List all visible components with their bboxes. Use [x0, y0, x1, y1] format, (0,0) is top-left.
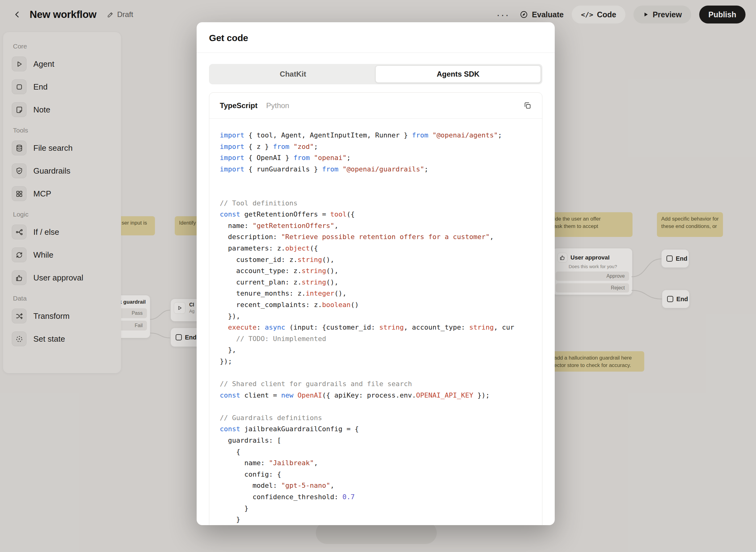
code-line: // Shared client for guardrails and file…	[220, 378, 542, 390]
tab-agents-sdk[interactable]: Agents SDK	[375, 65, 541, 83]
code-line: // TODO: Unimplemented	[220, 333, 542, 345]
code-line: name: "Jailbreak",	[220, 457, 542, 469]
code-line: const client = new OpenAI({ apiKey: proc…	[220, 390, 542, 401]
modal-title: Get code	[209, 33, 542, 43]
code-line	[220, 367, 542, 378]
code-line: config: {	[220, 469, 542, 480]
code-line: guardrails: [	[220, 435, 542, 446]
code-line	[220, 186, 542, 198]
code-line: }	[220, 514, 542, 525]
code-line	[220, 401, 542, 412]
code-line: customer_id: z.string(),	[220, 254, 542, 266]
code-line: const getRetentionOffers = tool({	[220, 209, 542, 220]
code-line: current_plan: z.string(),	[220, 277, 542, 288]
code-editor[interactable]: import { tool, Agent, AgentInputItem, Ru…	[209, 119, 542, 525]
code-line: import { z } from "zod";	[220, 141, 542, 153]
tab-chatkit[interactable]: ChatKit	[210, 65, 375, 83]
lang-python[interactable]: Python	[266, 101, 289, 110]
code-line: execute: async (input: {customer_id: str…	[220, 322, 542, 333]
code-line: description: "Retrieve possible retentio…	[220, 231, 542, 243]
code-line: // Tool definitions	[220, 198, 542, 209]
code-line: model: "gpt-5-nano",	[220, 480, 542, 492]
get-code-modal: Get code ChatKit Agents SDK TypeScript P…	[197, 22, 555, 525]
code-target-tabs: ChatKit Agents SDK	[209, 64, 542, 84]
lang-typescript[interactable]: TypeScript	[220, 101, 257, 110]
code-line: // Guardrails definitions	[220, 412, 542, 424]
code-line: import { OpenAI } from "openai";	[220, 152, 542, 164]
code-line: const jailbreakGuardrailConfig = {	[220, 423, 542, 435]
copy-icon[interactable]	[523, 101, 532, 110]
code-line: import { runGuardrails } from "@openai/g…	[220, 164, 542, 175]
code-line: });	[220, 356, 542, 367]
code-line: }	[220, 503, 542, 514]
code-line: recent_complaints: z.boolean()	[220, 299, 542, 311]
code-card: TypeScript Python import { tool, Agent, …	[209, 92, 542, 525]
code-line: account_type: z.string(),	[220, 265, 542, 277]
code-line: {	[220, 446, 542, 458]
code-line: },	[220, 344, 542, 356]
code-line: import { tool, Agent, AgentInputItem, Ru…	[220, 130, 542, 141]
code-line: confidence_threshold: 0.7	[220, 492, 542, 503]
code-line	[220, 175, 542, 186]
code-line: tenure_months: z.integer(),	[220, 288, 542, 299]
code-line: parameters: z.object({	[220, 243, 542, 254]
code-line: }),	[220, 311, 542, 322]
code-line: name: "getRetentionOffers",	[220, 220, 542, 232]
